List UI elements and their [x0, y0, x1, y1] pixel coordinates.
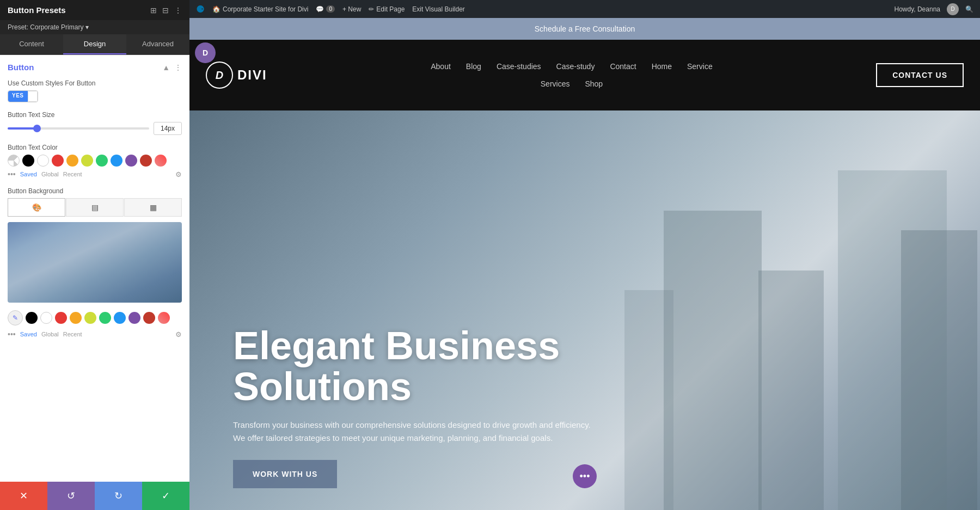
- bg-swatch-blue[interactable]: [114, 312, 126, 324]
- section-header: Button ▲ ⋮: [8, 63, 182, 72]
- bg-swatch-purple[interactable]: [128, 312, 140, 324]
- nav-services[interactable]: Services: [541, 79, 570, 88]
- swatch-orange[interactable]: [66, 155, 78, 167]
- bg-swatch-white[interactable]: [40, 312, 52, 324]
- search-icon[interactable]: 🔍: [965, 5, 973, 13]
- bg-swatch-row-meta: ••• Saved Global Recent ⚙: [8, 330, 182, 339]
- contact-us-button[interactable]: CONTACT US: [876, 63, 964, 87]
- redo-button[interactable]: ↻: [95, 482, 142, 510]
- button-text-color-field: Button Text Color ••• Saved Global Recen…: [8, 144, 182, 179]
- bg-swatch-red[interactable]: [55, 312, 67, 324]
- swatch-green[interactable]: [96, 155, 108, 167]
- hero-subtitle: Transform your business with our compreh…: [233, 419, 603, 445]
- nav-about[interactable]: About: [431, 62, 451, 71]
- nav-shop[interactable]: Shop: [585, 79, 603, 88]
- bg-swatch-green[interactable]: [99, 312, 111, 324]
- user-avatar[interactable]: D: [947, 3, 959, 15]
- panel-icon-grid[interactable]: ⊞: [150, 6, 157, 15]
- tab-design[interactable]: Design: [63, 34, 126, 54]
- panel-icon-columns[interactable]: ⊟: [162, 6, 169, 15]
- global-tag[interactable]: Global: [41, 171, 59, 177]
- logo-circle: D: [206, 62, 233, 89]
- wp-site-name[interactable]: 🏠 Corporate Starter Site for Divi: [212, 5, 308, 13]
- swatch-black[interactable]: [22, 155, 34, 167]
- pen-icon[interactable]: ✎: [8, 310, 23, 325]
- wp-admin-left: ⚈ 🏠 Corporate Starter Site for Divi 💬 0 …: [196, 3, 465, 15]
- panel-icon-dots[interactable]: ⋮: [174, 6, 182, 15]
- gradient-icon: ▤: [91, 203, 99, 212]
- left-panel: Button Presets ⊞ ⊟ ⋮ Preset: Corporate P…: [0, 0, 189, 510]
- swatch-transparent[interactable]: [8, 155, 20, 167]
- bg-btn-gradient[interactable]: ▤: [66, 198, 124, 217]
- site-logo: D DIVI: [206, 62, 267, 89]
- save-button[interactable]: ✓: [142, 482, 189, 510]
- collapse-icon[interactable]: ▲: [162, 63, 170, 72]
- bg-swatch-yellow[interactable]: [84, 312, 96, 324]
- comment-icon: 💬: [316, 5, 324, 13]
- nav-blog[interactable]: Blog: [466, 62, 481, 71]
- hero-cta-button[interactable]: WORK WITH US: [233, 460, 337, 488]
- bg-swatch-meta-dots: •••: [8, 330, 16, 339]
- wp-logo-icon[interactable]: ⚈: [196, 3, 205, 15]
- nav-service[interactable]: Service: [687, 62, 713, 71]
- nav-top-row: About Blog Case-studies Case-study Conta…: [431, 62, 712, 71]
- bg-swatch-magenta[interactable]: [143, 312, 155, 324]
- floating-dots-button[interactable]: •••: [573, 464, 597, 488]
- section-header-icons: ▲ ⋮: [162, 63, 182, 72]
- bg-btn-image[interactable]: ▦: [124, 198, 182, 217]
- saved-tag[interactable]: Saved: [20, 171, 37, 177]
- wp-exit-builder[interactable]: Exit Visual Builder: [412, 5, 465, 13]
- bg-swatch-black[interactable]: [26, 312, 38, 324]
- section-menu-icon[interactable]: ⋮: [174, 63, 182, 72]
- swatch-pen[interactable]: [155, 155, 167, 167]
- site-icon: 🏠: [212, 5, 220, 13]
- button-background-label: Button Background: [8, 187, 182, 195]
- hero-section: Elegant Business Solutions Transform you…: [189, 110, 980, 510]
- swatch-meta-dots: •••: [8, 170, 16, 179]
- use-custom-styles-label: Use Custom Styles For Button: [8, 79, 182, 87]
- wp-new[interactable]: + New: [342, 5, 361, 13]
- bg-swatch-pen[interactable]: [158, 312, 170, 324]
- nav-case-studies[interactable]: Case-studies: [497, 62, 541, 71]
- text-color-swatches: [8, 155, 182, 167]
- recent-tag[interactable]: Recent: [63, 171, 82, 177]
- divi-float-icon[interactable]: D: [195, 42, 216, 63]
- wp-comments[interactable]: 💬 0: [316, 5, 335, 13]
- wp-edit-page[interactable]: ✏ Edit Page: [369, 5, 405, 13]
- undo-button[interactable]: ↺: [47, 482, 95, 510]
- nav-home[interactable]: Home: [652, 62, 672, 71]
- panel-topbar: Button Presets ⊞ ⊟ ⋮: [0, 0, 189, 20]
- nav-contact[interactable]: Contact: [610, 62, 636, 71]
- bg-global-tag[interactable]: Global: [41, 331, 59, 337]
- slider-thumb[interactable]: [33, 125, 41, 132]
- color-fill-icon: 🎨: [32, 203, 41, 212]
- tab-content[interactable]: Content: [0, 34, 63, 54]
- slider-value[interactable]: 14px: [154, 122, 182, 135]
- slider-row: 14px: [8, 122, 182, 135]
- swatch-purple[interactable]: [125, 155, 137, 167]
- bg-saved-tag[interactable]: Saved: [20, 331, 37, 337]
- button-text-size-label: Button Text Size: [8, 111, 182, 119]
- toggle-thumb: [28, 91, 38, 102]
- swatch-yellow[interactable]: [81, 155, 93, 167]
- nav-case-study[interactable]: Case-study: [556, 62, 595, 71]
- tab-advanced[interactable]: Advanced: [126, 34, 189, 54]
- color-picker-area[interactable]: [8, 222, 182, 303]
- swatch-red[interactable]: [52, 155, 64, 167]
- preset-bar[interactable]: Preset: Corporate Primary ▾: [0, 20, 189, 34]
- bg-btn-color[interactable]: 🎨: [8, 198, 65, 217]
- panel-title: Button Presets: [8, 5, 66, 15]
- swatch-white[interactable]: [37, 155, 49, 167]
- toggle-container[interactable]: YES: [8, 90, 38, 102]
- cancel-button[interactable]: ✕: [0, 482, 47, 510]
- bg-recent-tag[interactable]: Recent: [63, 331, 82, 337]
- schedule-bar: Schedule a Free Consultation: [189, 18, 980, 40]
- bg-swatch-orange[interactable]: [70, 312, 82, 324]
- swatch-magenta[interactable]: [140, 155, 152, 167]
- comment-count: 0: [326, 5, 335, 13]
- swatch-blue[interactable]: [111, 155, 122, 167]
- swatch-gear-icon[interactable]: ⚙: [175, 170, 182, 179]
- slider-track[interactable]: [8, 127, 149, 130]
- wp-admin-bar: ⚈ 🏠 Corporate Starter Site for Divi 💬 0 …: [189, 0, 980, 18]
- bg-swatch-gear-icon[interactable]: ⚙: [175, 330, 182, 339]
